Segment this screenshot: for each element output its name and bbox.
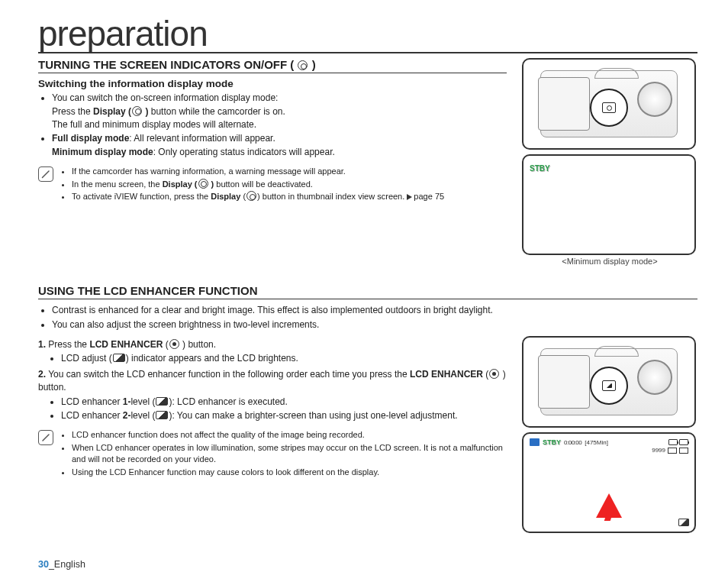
photo-count: 9999 <box>652 447 665 454</box>
remaining-time: [475Min] <box>585 439 608 446</box>
text: 2- <box>123 410 131 421</box>
lcd-enhancer-button-icon <box>489 369 499 379</box>
battery-icon <box>668 439 688 445</box>
lcd-level1-icon <box>156 397 168 406</box>
text: Press the <box>46 339 89 350</box>
step-1: 1. Press the LCD ENHANCER ( ) button. LC… <box>38 338 507 366</box>
figure-camcorder-lcd-enhancer <box>522 336 696 428</box>
lcd-level2-icon <box>156 411 168 419</box>
display-button-icon <box>132 106 142 116</box>
text: ( <box>163 339 168 350</box>
callout-lcd-enhancer-button <box>590 367 628 405</box>
note2-item: Using the LCD Enhancer function may caus… <box>72 467 507 478</box>
note-icon <box>38 166 53 182</box>
text: You can switch the on-screen information… <box>52 92 278 103</box>
text: Display <box>211 192 240 201</box>
note2-item: When LCD enhancer operates in low illumi… <box>72 442 507 466</box>
s1-bullet-2: Full display mode: All relevant informat… <box>52 132 507 159</box>
sd-card-icon <box>530 438 540 446</box>
text: button will be deactivated. <box>214 179 313 189</box>
step1-sub: LCD adjust () indicator appears and the … <box>61 352 507 365</box>
section1-heading-prefix: TURNING THE SCREEN INDICATORS ON/OFF ( <box>38 58 294 71</box>
footer-sep: _ <box>49 559 54 570</box>
step-num: 1. <box>38 339 46 350</box>
text: In the menu screen, the <box>72 179 163 189</box>
text: ) button in thumbnail index view screen. <box>257 192 407 201</box>
note1-item: In the menu screen, the Display ( ) butt… <box>72 179 444 190</box>
note-box-1: If the camcorder has warning information… <box>38 165 507 203</box>
text: LCD ENHANCER <box>410 369 483 380</box>
note1-item: To activate iVIEW function, press the Di… <box>72 191 444 202</box>
text: Minimum display mode <box>52 147 153 157</box>
page-number: 30 <box>38 559 49 570</box>
s2-intro-2: You can also adjust the screen brightnes… <box>52 318 697 331</box>
stby-indicator: STBY <box>543 438 561 446</box>
display-button-icon <box>246 191 256 201</box>
arrow-right-icon <box>407 194 412 200</box>
text: button while the camcorder is on. <box>148 106 285 117</box>
stby-indicator: STBY <box>530 164 550 173</box>
display-button-icon <box>298 60 308 70</box>
section2-heading: USING THE LCD ENHANCER FUNCTION <box>38 284 697 299</box>
page-title: preparation <box>38 15 697 53</box>
lcd-adjust-icon <box>113 354 125 362</box>
text: : All relevant information will appear. <box>129 133 275 144</box>
text: Display ( <box>163 179 198 189</box>
figure-camcorder-display <box>522 58 696 150</box>
note1-item: If the camcorder has warning information… <box>72 166 444 177</box>
text: : Only operating status indicators will … <box>153 147 335 157</box>
text: ): LCD enhancer is executed. <box>169 396 287 407</box>
text: LCD adjust ( <box>61 353 112 364</box>
step2-sub2: LCD enhancer 2-level (): You can make a … <box>61 409 507 422</box>
quality-icon <box>679 448 688 454</box>
timecode: 0:00:00 <box>564 439 581 446</box>
text: You can switch the LCD enhancer function… <box>46 369 410 380</box>
lcd-enhancer-indicator-icon <box>678 519 689 526</box>
text: ) button. <box>180 339 216 350</box>
s2-intro-1: Contrast is enhanced for a clear and bri… <box>52 304 697 317</box>
text: ): You can make a brighter-screen than u… <box>169 410 457 421</box>
page-footer: 30_English <box>38 559 85 570</box>
text: LCD enhancer <box>61 410 123 421</box>
red-pointer-arrow-icon <box>596 493 622 518</box>
text: level ( <box>130 396 155 407</box>
figure-lcd-minimum: STBY <box>522 154 696 255</box>
step-num: 2. <box>38 369 46 380</box>
figure-lcd-full: STBY 0:00:00 [475Min] 9999 <box>522 432 696 533</box>
section1-heading: TURNING THE SCREEN INDICATORS ON/OFF ( ) <box>38 58 507 73</box>
note-box-2: LCD enhancer function does not affect th… <box>38 428 507 479</box>
section1-heading-suffix: ) <box>312 58 316 71</box>
text: level ( <box>130 410 155 421</box>
text: Display ( <box>93 106 131 117</box>
lcd-enhancer-button-icon <box>169 339 179 349</box>
callout-display-button <box>590 89 628 127</box>
step2-sub1: LCD enhancer 1-level (): LCD enhancer is… <box>61 396 507 409</box>
display-button-icon <box>198 179 208 189</box>
text: LCD ENHANCER <box>89 339 163 350</box>
note-icon <box>38 430 53 445</box>
section1-subheading: Switching the information display mode <box>38 78 507 89</box>
note2-item: LCD enhancer function does not affect th… <box>72 429 507 441</box>
text: LCD enhancer <box>61 396 123 407</box>
text: To activate iVIEW function, press the <box>72 192 211 201</box>
step-2: 2. You can switch the LCD enhancer funct… <box>38 368 507 423</box>
text: Full display mode <box>52 133 129 144</box>
text: ( <box>240 192 246 201</box>
resolution-icon <box>668 448 677 454</box>
text: page 75 <box>414 192 444 201</box>
footer-language: English <box>54 559 85 570</box>
text: 1- <box>123 396 131 407</box>
text: The full and minimum display modes will … <box>52 119 256 130</box>
text: ) indicator appears and the LCD brighten… <box>126 353 298 364</box>
text: ( <box>483 369 488 380</box>
text: Press the <box>52 106 93 117</box>
s1-bullet-1: You can switch the on-screen information… <box>52 92 507 131</box>
figure1-caption: <Minimum display mode> <box>522 257 697 266</box>
